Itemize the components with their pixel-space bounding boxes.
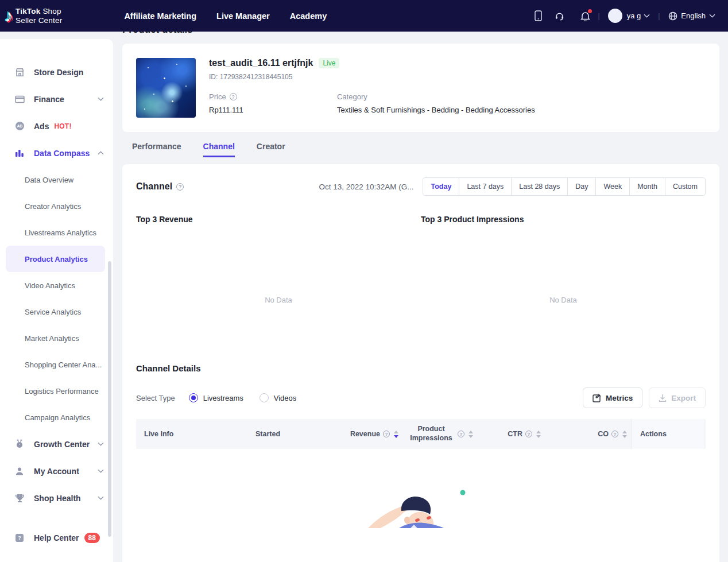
chevron-down-icon bbox=[98, 496, 104, 500]
ctr-info-icon[interactable]: ? bbox=[525, 431, 532, 437]
product-summary-card: test_audit_16.11 ertjfnjk Live ID: 17293… bbox=[122, 44, 719, 132]
sidebar-item-label: Finance bbox=[34, 95, 64, 104]
ctr-sorter[interactable] bbox=[536, 431, 541, 438]
range-last-28-days[interactable]: Last 28 days bbox=[511, 178, 567, 195]
sidebar-item-shopping-center-analytics[interactable]: Shopping Center Ana... bbox=[0, 351, 113, 378]
sidebar-item-service-analytics[interactable]: Service Analytics bbox=[0, 299, 113, 325]
range-month[interactable]: Month bbox=[629, 178, 665, 195]
column-label: Product Impressions bbox=[408, 425, 455, 443]
column-co[interactable]: CO ? bbox=[545, 430, 632, 438]
tiktok-note-icon: ♪ bbox=[5, 7, 13, 25]
column-label: Started bbox=[255, 430, 280, 438]
radio-button-unchecked[interactable] bbox=[260, 393, 269, 402]
co-info-icon[interactable]: ? bbox=[611, 431, 618, 437]
column-label: Actions bbox=[640, 430, 667, 438]
revenue-info-icon[interactable]: ? bbox=[383, 431, 390, 437]
mobile-app-icon[interactable] bbox=[533, 10, 543, 21]
sidebar-item-data-overview[interactable]: Data Overview bbox=[0, 166, 113, 193]
sidebar-item-help-center[interactable]: ? Help Center 88 bbox=[0, 524, 113, 551]
tab-creator[interactable]: Creator bbox=[257, 142, 285, 157]
price-info-icon[interactable]: ? bbox=[230, 93, 237, 100]
sidebar-item-label: Shop Health bbox=[34, 494, 81, 503]
sidebar-item-my-account[interactable]: My Account bbox=[0, 458, 113, 485]
user-name[interactable]: ya g bbox=[627, 11, 641, 20]
tiktok-shop-logo[interactable]: ♪ TikTok Shop Seller Center bbox=[5, 7, 62, 25]
column-actions: Actions bbox=[632, 419, 704, 449]
divider: | bbox=[598, 12, 600, 20]
channel-info-icon[interactable]: ? bbox=[176, 183, 184, 191]
export-button-label: Export bbox=[671, 394, 696, 402]
sidebar-item-label: Ads bbox=[34, 122, 49, 131]
export-button[interactable]: Export bbox=[649, 387, 706, 408]
top-nav: ♪ TikTok Shop Seller Center Affiliate Ma… bbox=[0, 0, 728, 32]
sidebar-item-ads[interactable]: AD Ads HOT! bbox=[0, 113, 113, 139]
sidebar-item-label: Help Center bbox=[34, 533, 79, 542]
radio-button-checked[interactable] bbox=[189, 393, 198, 402]
range-today[interactable]: Today bbox=[423, 178, 459, 195]
report-timestamp: Oct 13, 2022 10:32AM (G... bbox=[319, 183, 413, 191]
revenue-sorter[interactable] bbox=[394, 431, 398, 438]
language-chevron-down-icon[interactable] bbox=[709, 14, 715, 18]
sidebar-panel: Store Design Finance AD Ads HOT! bbox=[0, 39, 113, 562]
sidebar-scrollbar[interactable] bbox=[108, 261, 111, 537]
tab-performance[interactable]: Performance bbox=[132, 142, 181, 157]
sidebar-item-livestreams-analytics[interactable]: Livestreams Analytics bbox=[0, 219, 113, 246]
sidebar: Store Design Finance AD Ads HOT! bbox=[0, 32, 113, 562]
svg-text:AD: AD bbox=[17, 124, 23, 128]
range-last-7-days[interactable]: Last 7 days bbox=[459, 178, 511, 195]
language-selector[interactable]: English bbox=[681, 11, 706, 20]
column-revenue[interactable]: Revenue ? bbox=[344, 430, 403, 438]
category-value: Textiles & Soft Furnishings - Bedding - … bbox=[337, 106, 535, 114]
sidebar-item-product-analytics[interactable]: Product Analytics bbox=[6, 246, 105, 272]
product-category-block: Category Textiles & Soft Furnishings - B… bbox=[337, 92, 535, 114]
sidebar-item-creator-analytics[interactable]: Creator Analytics bbox=[0, 193, 113, 219]
chart-title: Top 3 Revenue bbox=[136, 215, 421, 224]
nav-live-manager[interactable]: Live Manager bbox=[216, 11, 270, 21]
range-week[interactable]: Week bbox=[595, 178, 629, 195]
radio-videos[interactable]: Videos bbox=[260, 393, 297, 402]
storefront-icon bbox=[15, 68, 25, 77]
channel-details-table-header: Live Info Started Revenue ? Product Impr… bbox=[136, 419, 706, 449]
product-impressions-info-icon[interactable]: ? bbox=[458, 431, 464, 437]
sidebar-item-data-compass[interactable]: Data Compass bbox=[0, 139, 113, 166]
sidebar-item-market-analytics[interactable]: Market Analytics bbox=[0, 325, 113, 351]
live-status-badge: Live bbox=[319, 58, 339, 68]
chart-title: Top 3 Product Impressions bbox=[421, 215, 706, 224]
sidebar-item-shop-health[interactable]: Shop Health bbox=[0, 485, 113, 511]
metrics-button[interactable]: Metrics bbox=[583, 387, 642, 408]
sidebar-item-video-analytics[interactable]: Video Analytics bbox=[0, 272, 113, 299]
column-label: Live Info bbox=[144, 430, 173, 438]
sidebar-item-campaign-analytics[interactable]: Campaign Analytics bbox=[0, 404, 113, 431]
nav-academy[interactable]: Academy bbox=[290, 11, 327, 21]
sidebar-item-label: Store Design bbox=[34, 68, 83, 77]
column-ctr[interactable]: CTR ? bbox=[478, 430, 545, 438]
sidebar-item-store-design[interactable]: Store Design bbox=[0, 59, 113, 86]
co-sorter[interactable] bbox=[622, 431, 627, 438]
user-chevron-down-icon[interactable] bbox=[644, 14, 650, 18]
chevron-up-icon bbox=[98, 151, 104, 155]
nav-affiliate-marketing[interactable]: Affiliate Marketing bbox=[124, 11, 196, 21]
user-avatar[interactable] bbox=[608, 9, 622, 23]
column-product-impressions[interactable]: Product Impressions ? bbox=[403, 425, 478, 443]
trophy-icon bbox=[15, 494, 25, 503]
range-day[interactable]: Day bbox=[567, 178, 595, 195]
metrics-button-label: Metrics bbox=[606, 394, 633, 402]
price-value: Rp111.111 bbox=[209, 106, 337, 114]
sidebar-item-finance[interactable]: Finance bbox=[0, 86, 113, 113]
sidebar-item-logistics-performance[interactable]: Logistics Performance bbox=[0, 378, 113, 404]
radio-livestreams[interactable]: Livestreams bbox=[189, 393, 243, 402]
chevron-down-icon bbox=[98, 442, 104, 446]
main-content: Product Analytics Product details test_a… bbox=[113, 0, 728, 562]
time-range-selector: Today Last 7 days Last 28 days Day Week … bbox=[423, 177, 706, 196]
tab-channel[interactable]: Channel bbox=[203, 142, 235, 157]
category-label: Category bbox=[337, 92, 367, 101]
top-nav-right: | ya g | English bbox=[533, 9, 715, 23]
top3-product-impressions-chart: Top 3 Product Impressions No Data bbox=[421, 215, 706, 304]
teal-dot bbox=[460, 490, 466, 495]
bank-card-icon bbox=[15, 95, 25, 103]
notifications-bell-icon[interactable] bbox=[580, 10, 590, 21]
range-custom[interactable]: Custom bbox=[665, 178, 705, 195]
support-headset-icon[interactable] bbox=[555, 10, 564, 21]
sidebar-item-growth-center[interactable]: Growth Center bbox=[0, 431, 113, 458]
product-impressions-sorter[interactable] bbox=[468, 431, 473, 438]
